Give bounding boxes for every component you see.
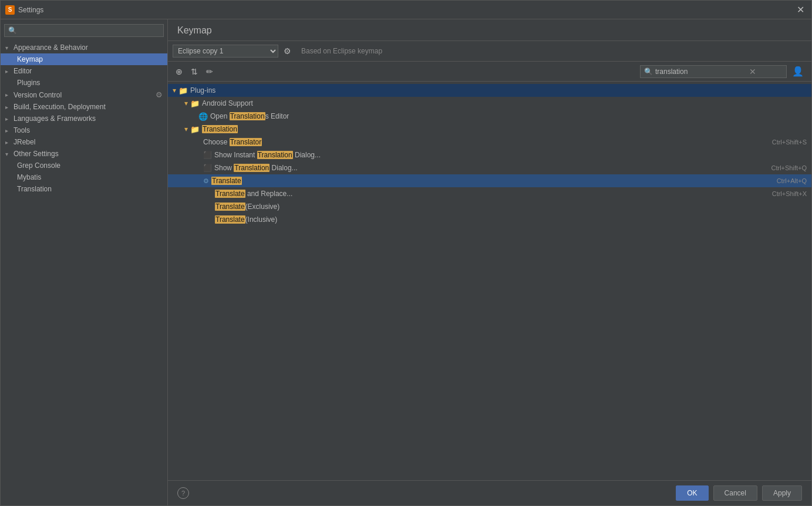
row-content: ⬛ Show Translation Dialog... bbox=[203, 164, 771, 172]
shortcut-label: Ctrl+Shift+X bbox=[772, 190, 807, 197]
user-icon-button[interactable]: 👤 bbox=[789, 64, 807, 79]
tree-row-text: Plug-ins bbox=[190, 86, 215, 95]
cancel-button[interactable]: Cancel bbox=[713, 485, 757, 501]
settings-window: S Settings ✕ Appearance & Behavior Keyma… bbox=[0, 0, 812, 506]
edit-action-button[interactable]: ✏ bbox=[203, 65, 216, 78]
sidebar-search-input[interactable] bbox=[4, 24, 164, 37]
sidebar-item-appearance[interactable]: Appearance & Behavior bbox=[1, 42, 167, 53]
panel-header: Keymap bbox=[168, 19, 811, 41]
tree-row[interactable]: Translate and Replace... Ctrl+Shift+X bbox=[168, 187, 811, 200]
help-button[interactable]: ? bbox=[177, 487, 189, 499]
right-panel: Keymap Eclipse copy 1 ⚙ Based on Eclipse… bbox=[168, 19, 811, 505]
title-bar-left: S Settings bbox=[5, 5, 43, 15]
search-clear-icon[interactable]: ✕ bbox=[749, 67, 756, 76]
shortcut-label: Ctrl+Shift+S bbox=[772, 139, 807, 146]
tree-row[interactable]: ⬛ Show Translation Dialog... Ctrl+Shift+… bbox=[168, 161, 811, 174]
row-content: Choose Translator bbox=[203, 138, 772, 146]
row-content: 🌐 Open Translations Editor bbox=[198, 112, 807, 121]
gear-icon: ⚙ bbox=[156, 90, 163, 99]
sidebar-item-label: Languages & Frameworks bbox=[14, 114, 96, 123]
expand-icon: ▾ bbox=[184, 99, 188, 107]
sidebar-item-jrebel[interactable]: JRebel bbox=[1, 136, 167, 148]
tree-row-text: Translate(Exclusive) bbox=[215, 203, 279, 211]
sidebar-item-mybatis[interactable]: Mybatis bbox=[1, 171, 167, 183]
sidebar-item-grep-console[interactable]: Grep Console bbox=[1, 160, 167, 171]
shortcut-label: Ctrl+Alt+Q bbox=[777, 177, 807, 184]
folder-icon: 📁 bbox=[190, 99, 200, 108]
window-title: Settings bbox=[18, 6, 43, 14]
row-content: ▾ 📁 Android Support bbox=[184, 99, 807, 108]
keymap-select[interactable]: Eclipse copy 1 bbox=[173, 45, 278, 58]
keymap-search-input[interactable] bbox=[655, 68, 749, 76]
sidebar-item-label: Translation bbox=[17, 185, 52, 193]
highlight-span: Translate bbox=[215, 203, 245, 211]
main-content: Appearance & Behavior Keymap Editor Plug… bbox=[1, 19, 811, 505]
sidebar-item-label: Grep Console bbox=[17, 161, 60, 170]
sidebar-item-label: Other Settings bbox=[14, 150, 59, 158]
highlight-span: Translation bbox=[202, 125, 238, 133]
sidebar-item-translation[interactable]: Translation bbox=[1, 183, 167, 195]
tree-row-text: Choose Translator bbox=[203, 138, 262, 146]
keymap-settings-button[interactable]: ⚙ bbox=[281, 45, 294, 58]
tree-row[interactable]: ⬛ Show Instant Translation Dialog... bbox=[168, 149, 811, 161]
sidebar-item-plugins[interactable]: Plugins bbox=[1, 77, 167, 89]
sidebar-item-label: Editor bbox=[14, 67, 32, 75]
apply-button[interactable]: Apply bbox=[762, 485, 802, 501]
tree-row[interactable]: Translate(Exclusive) bbox=[168, 200, 811, 213]
row-content: ▾ 📁 Translation bbox=[184, 125, 807, 134]
shortcut-label: Ctrl+Shift+Q bbox=[771, 164, 807, 171]
bottom-bar: ? OK Cancel Apply bbox=[168, 480, 811, 505]
sidebar-item-languages[interactable]: Languages & Frameworks bbox=[1, 113, 167, 124]
sidebar-item-build[interactable]: Build, Execution, Deployment bbox=[1, 101, 167, 113]
sidebar-item-label: Tools bbox=[14, 126, 30, 134]
expand-icon: ▾ bbox=[173, 86, 176, 95]
tree-row-text: Open Translations Editor bbox=[210, 112, 289, 120]
tree-row[interactable]: Translate(Inclusive) bbox=[168, 213, 811, 226]
tree-row[interactable]: Choose Translator Ctrl+Shift+S bbox=[168, 136, 811, 149]
row-content: Translate and Replace... bbox=[215, 190, 772, 198]
expand-arrow bbox=[5, 127, 11, 134]
expand-arrow bbox=[5, 116, 11, 122]
tree-row[interactable]: ▾ 📁 Translation bbox=[168, 123, 811, 136]
row-content: ▾ 📁 Plug-ins bbox=[173, 86, 807, 95]
sidebar-item-label: Mybatis bbox=[17, 173, 41, 181]
tree-area: ▾ 📁 Plug-ins ▾ 📁 Android Support bbox=[168, 82, 811, 480]
keymap-based-label: Based on Eclipse keymap bbox=[301, 47, 382, 55]
sidebar-item-label: Appearance & Behavior bbox=[14, 43, 88, 52]
ok-button[interactable]: OK bbox=[676, 485, 708, 501]
action-toolbar: ⊕ ⇅ ✏ 🔍 ✕ 👤 bbox=[168, 62, 811, 82]
highlight-span: Translate bbox=[215, 215, 245, 224]
sidebar-item-editor[interactable]: Editor bbox=[1, 65, 167, 77]
folder-icon: 📁 bbox=[178, 86, 188, 95]
copy-action-button[interactable]: ⊕ bbox=[173, 65, 186, 78]
sidebar: Appearance & Behavior Keymap Editor Plug… bbox=[1, 19, 168, 505]
title-bar: S Settings ✕ bbox=[1, 1, 811, 19]
tree-row[interactable]: 🌐 Open Translations Editor bbox=[168, 110, 811, 123]
sidebar-item-label: Version Control bbox=[14, 91, 62, 99]
tree-row-text: Show Translation Dialog... bbox=[214, 164, 298, 172]
highlight-span: Translate bbox=[211, 177, 242, 185]
sidebar-item-label: Plugins bbox=[17, 79, 40, 87]
sidebar-item-other-settings[interactable]: Other Settings bbox=[1, 148, 167, 160]
sort-action-button[interactable]: ⇅ bbox=[188, 65, 201, 78]
globe-icon: 🌐 bbox=[198, 112, 208, 121]
folder-icon: 📁 bbox=[190, 125, 200, 134]
gear-small-icon: ⚙ bbox=[203, 177, 209, 185]
highlight-span: Translation bbox=[230, 112, 265, 120]
sidebar-item-tools[interactable]: Tools bbox=[1, 124, 167, 136]
sidebar-item-label: JRebel bbox=[14, 138, 35, 146]
close-button[interactable]: ✕ bbox=[794, 3, 807, 16]
tree-row-text: Translate bbox=[211, 177, 242, 185]
sidebar-search-container bbox=[4, 24, 164, 37]
tree-row[interactable]: ▾ 📁 Android Support bbox=[168, 97, 811, 110]
sidebar-item-keymap[interactable]: Keymap bbox=[1, 53, 167, 65]
tree-row-text: Translate and Replace... bbox=[215, 190, 292, 198]
tree-row-text: Translate(Inclusive) bbox=[215, 215, 277, 224]
sidebar-item-label: Build, Execution, Deployment bbox=[14, 103, 106, 111]
tree-row-text: Translation bbox=[202, 125, 238, 133]
row-content: Translate(Exclusive) bbox=[215, 203, 807, 211]
sidebar-item-version-control[interactable]: Version Control ⚙ bbox=[1, 89, 167, 101]
highlight-span: Translation bbox=[234, 164, 269, 172]
tree-row[interactable]: ▾ 📁 Plug-ins bbox=[168, 84, 811, 97]
tree-row[interactable]: ⚙ Translate Ctrl+Alt+Q bbox=[168, 174, 811, 187]
